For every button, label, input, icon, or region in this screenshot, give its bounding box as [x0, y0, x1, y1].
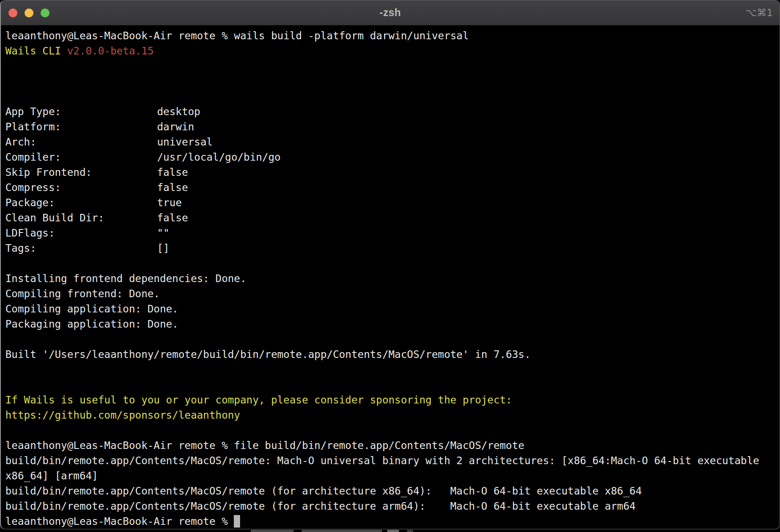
terminal-line: Platform:darwin	[5, 119, 776, 134]
build-summary-value: false	[157, 166, 188, 178]
terminal-line: leaanthony@Leas-MacBook-Air remote %	[5, 514, 776, 529]
terminal-line: Arch:universal	[5, 134, 776, 150]
terminal-line	[5, 377, 776, 392]
terminal-line: App Type:desktop	[5, 104, 776, 119]
build-summary-label: Package:	[5, 195, 157, 210]
terminal-text-segment: Wails CLI	[5, 45, 67, 57]
terminal-line: x86_64] [arm64]	[5, 468, 776, 483]
terminal-cursor	[234, 515, 240, 528]
terminal-text-segment: build/bin/remote.app/Contents/MacOS/remo…	[5, 455, 759, 466]
build-summary-label: App Type:	[5, 104, 157, 119]
terminal-window: -zsh ⌥⌘1 leaanthony@Leas-MacBook-Air rem…	[0, 0, 780, 529]
terminal-content[interactable]: leaanthony@Leas-MacBook-Air remote % wai…	[1, 25, 780, 529]
build-summary-value: /usr/local/go/bin/go	[157, 151, 281, 163]
tab-shortcut-label: ⌥⌘1	[746, 0, 773, 25]
build-summary-value: false	[157, 212, 188, 224]
terminal-text-segment: x86_64] [arm64]	[5, 470, 98, 482]
build-summary-label: Compress:	[5, 180, 157, 195]
terminal-line	[5, 89, 776, 104]
build-summary-value: desktop	[157, 106, 200, 117]
terminal-text-segment: leaanthony@Leas-MacBook-Air remote % fil…	[5, 440, 524, 451]
terminal-text-segment: v2.0.0-beta.15	[67, 45, 154, 57]
terminal-line: build/bin/remote.app/Contents/MacOS/remo…	[5, 483, 776, 499]
terminal-text-segment: Installing frontend dependencies: Done.	[5, 273, 246, 284]
terminal-line: Skip Frontend:false	[5, 165, 776, 180]
background-window-fragment	[407, 530, 413, 532]
build-summary-label: Clean Build Dir:	[5, 210, 157, 225]
background-window-fragment	[302, 530, 382, 532]
window-titlebar[interactable]: -zsh ⌥⌘1	[1, 0, 780, 25]
terminal-line: If Wails is useful to you or your compan…	[5, 392, 776, 407]
build-summary-value: darwin	[157, 121, 194, 133]
terminal-line: Compiling frontend: Done.	[5, 286, 776, 301]
build-summary-label: Arch:	[5, 134, 157, 150]
close-button[interactable]	[8, 8, 17, 17]
terminal-text-segment: leaanthony@Leas-MacBook-Air remote % wai…	[5, 30, 469, 42]
terminal-line: Compress:false	[5, 180, 776, 195]
terminal-line: leaanthony@Leas-MacBook-Air remote % fil…	[5, 438, 776, 453]
build-summary-value: true	[157, 197, 182, 208]
build-summary-label: Platform:	[5, 119, 157, 134]
terminal-line: Built '/Users/leaanthony/remote/build/bi…	[5, 347, 776, 362]
minimize-button[interactable]	[25, 8, 33, 17]
traffic-lights	[8, 0, 50, 25]
background-window-fragment	[251, 530, 294, 532]
build-summary-value: ""	[157, 227, 170, 239]
terminal-text-segment: Compiling application: Done.	[5, 303, 178, 315]
terminal-text-segment: Compiling frontend: Done.	[5, 288, 160, 299]
terminal-line: LDFlags:""	[5, 225, 776, 241]
background-window-fragment	[387, 530, 399, 532]
terminal-line: Package:true	[5, 195, 776, 210]
terminal-text-segment: build/bin/remote.app/Contents/MacOS/remo…	[5, 485, 642, 497]
terminal-line: Tags:[]	[5, 241, 776, 256]
terminal-line: https://github.com/sponsors/leaanthony	[5, 407, 776, 423]
terminal-line	[5, 74, 776, 89]
terminal-text-segment: https://github.com/sponsors/leaanthony	[5, 409, 240, 421]
terminal-line: Compiler:/usr/local/go/bin/go	[5, 150, 776, 165]
terminal-line	[5, 423, 776, 438]
fullscreen-button[interactable]	[41, 8, 50, 17]
terminal-line: build/bin/remote.app/Contents/MacOS/remo…	[5, 499, 776, 514]
terminal-line	[5, 362, 776, 377]
background-window-sliver	[0, 529, 780, 532]
terminal-line: Clean Build Dir:false	[5, 210, 776, 225]
terminal-line: Compiling application: Done.	[5, 301, 776, 316]
window-title: -zsh	[1, 7, 780, 19]
terminal-line: Installing frontend dependencies: Done.	[5, 271, 776, 286]
terminal-line: Packaging application: Done.	[5, 316, 776, 332]
build-summary-value: universal	[157, 136, 213, 148]
build-summary-value: false	[157, 182, 188, 193]
terminal-text-segment: Built '/Users/leaanthony/remote/build/bi…	[5, 349, 531, 360]
build-summary-label: LDFlags:	[5, 225, 157, 241]
terminal-text-segment: Packaging application: Done.	[5, 318, 178, 330]
terminal-text-segment: If Wails is useful to you or your compan…	[5, 394, 512, 406]
terminal-text-segment: leaanthony@Leas-MacBook-Air remote %	[5, 515, 234, 527]
build-summary-label: Tags:	[5, 241, 157, 256]
build-summary-label: Skip Frontend:	[5, 165, 157, 180]
terminal-line: Wails CLI v2.0.0-beta.15	[5, 43, 776, 58]
build-summary-value: []	[157, 242, 170, 254]
terminal-text-segment: build/bin/remote.app/Contents/MacOS/remo…	[5, 500, 635, 512]
terminal-line	[5, 332, 776, 347]
terminal-line: leaanthony@Leas-MacBook-Air remote % wai…	[5, 28, 776, 43]
terminal-line: build/bin/remote.app/Contents/MacOS/remo…	[5, 453, 776, 468]
terminal-line	[5, 58, 776, 74]
terminal-line	[5, 256, 776, 271]
build-summary-label: Compiler:	[5, 150, 157, 165]
